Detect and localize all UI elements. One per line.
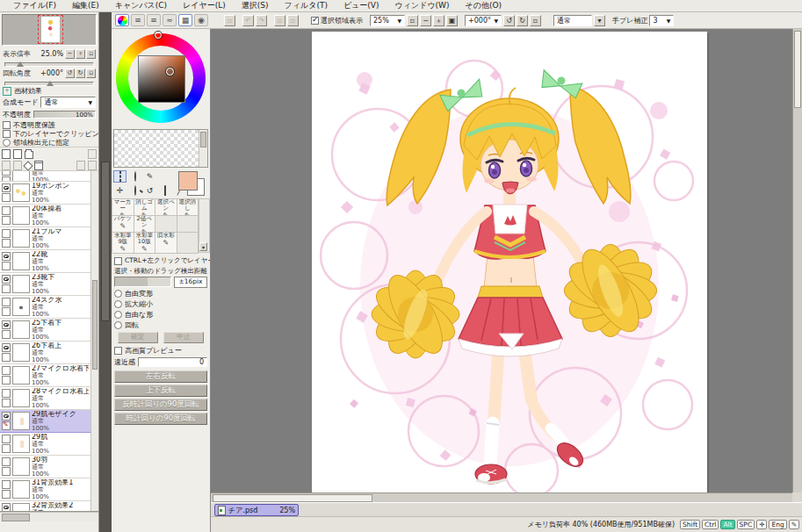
eye-view-button[interactable]: ◉ — [194, 14, 208, 26]
canvas-document[interactable] — [312, 32, 707, 492]
cancel-button[interactable]: 中止 — [163, 332, 204, 343]
layer-row[interactable]: ✎ 30羽 通常 100% — [0, 456, 90, 478]
layer-row[interactable]: ✎ 19ポンポン 通常 100% — [0, 182, 90, 205]
layer-row[interactable]: ✎ 26下着上 通常 100% — [0, 341, 90, 364]
transfer-down-icon[interactable] — [2, 161, 11, 170]
zoom-out-button[interactable]: − — [420, 15, 431, 26]
color-wheel-toggle-button[interactable] — [115, 14, 129, 26]
brush-cell[interactable]: 消しゴム ✎ — [134, 199, 156, 216]
layer-paint-target-checkbox[interactable]: ✎ — [2, 193, 11, 202]
blend-mode-combo[interactable]: 通常 — [553, 15, 592, 26]
brush-cell[interactable]: ✎ — [177, 216, 199, 233]
menu-item[interactable]: キャンバス(C) — [107, 0, 175, 11]
layer-visibility-checkbox[interactable] — [2, 503, 11, 511]
nav-rotate-cw-button[interactable]: ↻ — [76, 68, 85, 78]
canvas-transform-button[interactable]: 時計回りの90度回転 — [114, 413, 207, 425]
layer-row[interactable]: ✎ 21ブルマ 通常 100% — [0, 227, 90, 250]
zoom-fit-button[interactable]: ▣ — [446, 15, 458, 26]
brush-cell[interactable]: 選択消し ✎ — [177, 199, 199, 216]
chevron-down-icon[interactable]: ▼ — [667, 18, 671, 24]
brush-cell[interactable]: マーカー ✎ — [112, 199, 134, 216]
document-tab[interactable]: チア.psd 25% — [214, 504, 299, 516]
perspective-input[interactable]: 0 — [138, 357, 207, 367]
transform-mode-radio[interactable] — [114, 300, 122, 308]
rotate-ccw-button[interactable]: ↺ — [503, 15, 515, 26]
selection-source-radio[interactable] — [3, 139, 11, 147]
undo-button[interactable]: ↶ — [242, 15, 254, 26]
opacity-lock-checkbox[interactable] — [3, 121, 11, 129]
rotate-view-tool[interactable]: ↺ — [143, 184, 156, 197]
layer-row[interactable]: ✎ 31背景効果1 通常 100% — [0, 478, 90, 501]
navigator-view-rect[interactable] — [38, 15, 63, 44]
layer-row[interactable]: ✎ 28マイクロ水着上 通常 100% — [0, 387, 90, 410]
layer-paint-target-checkbox[interactable]: ✎ — [2, 262, 11, 270]
hand-tool[interactable] — [158, 184, 171, 197]
chevron-down-icon[interactable]: ▼ — [494, 18, 498, 24]
layer-row[interactable]: ✎ 27マイクロ水着下 通常 100% — [0, 364, 90, 387]
nav-zoom-in-button[interactable]: ＋ — [76, 49, 85, 59]
blend-mode-dropdown-button[interactable]: ▾ — [594, 15, 605, 26]
brush-cell[interactable]: ✎ — [177, 233, 199, 254]
menu-item[interactable]: ビュー(V) — [336, 0, 387, 11]
layer-visibility-checkbox[interactable] — [2, 366, 11, 375]
menu-item[interactable]: その他(O) — [458, 0, 510, 11]
navigator-zoom-slider[interactable] — [4, 61, 94, 66]
layer-visibility-checkbox[interactable] — [2, 343, 11, 352]
layer-row[interactable]: ✎ 20体操着 通常 100% — [0, 205, 90, 227]
layer-row[interactable]: ✎ 29肌 通常 100% — [0, 433, 90, 456]
transform-mode-radio[interactable] — [114, 311, 122, 319]
layer-row[interactable]: ✎ 32背景効果2 通常 100% — [0, 501, 90, 511]
layer-list-hscrollbar[interactable] — [0, 512, 98, 521]
layer-row[interactable]: ✎ 22靴 通常 100% — [0, 250, 90, 273]
zoom-in-button[interactable]: ＋ — [433, 15, 444, 26]
move-layer-down-icon[interactable] — [88, 161, 97, 170]
invert-selection-button[interactable]: ▫ — [287, 15, 299, 26]
delete-layer-icon[interactable] — [34, 161, 43, 170]
layer-visibility-checkbox[interactable] — [2, 252, 11, 261]
layer-paint-target-checkbox[interactable]: ✎ — [2, 421, 11, 430]
layer-visibility-checkbox[interactable] — [2, 275, 11, 284]
menu-item[interactable]: ファイル(F) — [5, 0, 64, 11]
layer-visibility-checkbox[interactable] — [2, 183, 11, 192]
new-vector-layer-icon[interactable] — [13, 149, 22, 159]
zoom-tool[interactable] — [128, 184, 141, 197]
nav-rotate-reset-button[interactable]: ▫ — [86, 68, 96, 78]
layer-paint-target-checkbox[interactable]: ✎ — [2, 330, 11, 339]
layer-mask-icon[interactable] — [88, 149, 97, 159]
layer-paint-target-checkbox[interactable]: ✎ — [2, 444, 11, 453]
layer-paint-target-checkbox[interactable]: ✎ — [2, 490, 11, 499]
menu-item[interactable]: ウィンドウ(W) — [387, 0, 458, 11]
layer-visibility-checkbox[interactable] — [2, 435, 11, 443]
layer-paint-target-checkbox[interactable]: ✎ — [2, 467, 11, 476]
layer-opacity-slider[interactable]: 100% — [33, 111, 96, 119]
clear-layer-icon[interactable] — [23, 161, 33, 170]
menu-item[interactable]: 選択(S) — [234, 0, 277, 11]
merge-down-icon[interactable] — [13, 161, 22, 170]
nav-zoom-out-button[interactable]: − — [65, 49, 75, 59]
clipping-checkbox[interactable] — [3, 130, 11, 138]
hq-preview-checkbox[interactable] — [114, 347, 122, 355]
brush-grid-scrollbar[interactable]: ▾ — [199, 198, 210, 253]
scratchpad-button[interactable]: ≈ — [163, 14, 177, 26]
layer-paint-target-checkbox[interactable]: ✎ — [2, 216, 11, 225]
canvas-transform-button[interactable]: 反時計回りの90度回転 — [114, 399, 207, 411]
layer-row[interactable]: ✎ 29肌モザイク 通常 100% — [0, 410, 90, 433]
brush-cell[interactable]: 選択ペン ✎ — [155, 199, 177, 216]
histogram-button[interactable]: ▦ — [178, 14, 192, 26]
layer-visibility-checkbox[interactable] — [2, 229, 11, 238]
layer-paint-target-checkbox[interactable]: ✎ — [2, 399, 11, 407]
nav-rotate-ccw-button[interactable]: ↺ — [65, 68, 75, 78]
navigator[interactable] — [2, 14, 97, 46]
color-wheel[interactable] — [112, 29, 210, 128]
confirm-button[interactable]: 確定 — [118, 332, 158, 343]
layer-paint-target-checkbox[interactable]: ✎ — [2, 284, 11, 293]
zoom-reset-button[interactable]: ▫ — [407, 15, 418, 26]
move-tool[interactable]: ✛ — [113, 184, 126, 197]
canvas-area[interactable] — [211, 29, 802, 502]
lasso-tool[interactable] — [128, 170, 141, 183]
magic-wand-tool[interactable]: ✎ — [143, 170, 156, 183]
rotate-reset-button[interactable]: ▫ — [530, 15, 541, 26]
transform-mode-radio[interactable] — [114, 290, 122, 298]
saturation-value-square[interactable] — [138, 55, 185, 103]
layer-row[interactable]: ✎ 24スク水 通常 100% — [0, 296, 90, 319]
